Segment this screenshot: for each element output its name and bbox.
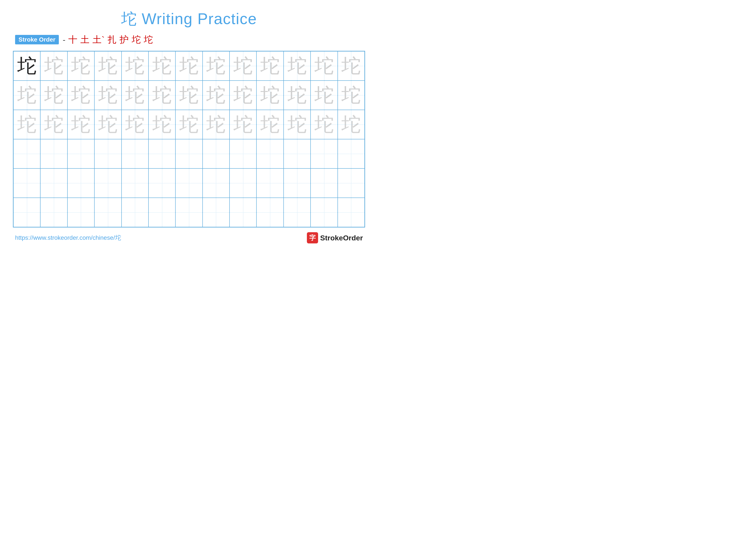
practice-char: 坨: [206, 56, 226, 76]
grid-cell[interactable]: [230, 168, 256, 198]
grid-cell[interactable]: [122, 139, 148, 168]
grid-cell[interactable]: [94, 198, 121, 227]
grid-cell[interactable]: 坨: [176, 110, 202, 139]
grid-cell[interactable]: [68, 198, 94, 227]
grid-cell[interactable]: [40, 198, 67, 227]
practice-char: 坨: [341, 56, 361, 76]
grid-cell[interactable]: [230, 198, 256, 227]
grid-cell[interactable]: [230, 139, 256, 168]
grid-cell[interactable]: [14, 168, 40, 198]
grid-cell[interactable]: 坨: [310, 81, 338, 110]
grid-cell[interactable]: 坨: [68, 51, 94, 81]
grid-cell[interactable]: [202, 168, 230, 198]
grid-cell[interactable]: 坨: [94, 81, 121, 110]
grid-cell[interactable]: [148, 168, 176, 198]
grid-cell[interactable]: [338, 139, 364, 168]
grid-cell[interactable]: [256, 168, 284, 198]
practice-char: 坨: [287, 86, 307, 105]
grid-cell[interactable]: [284, 198, 310, 227]
practice-char: 坨: [125, 86, 145, 105]
practice-char: 坨: [341, 115, 361, 134]
stroke-sep: -: [63, 35, 65, 44]
practice-char: 坨: [17, 56, 37, 76]
grid-cell[interactable]: 坨: [310, 51, 338, 81]
grid-cell[interactable]: [338, 198, 364, 227]
grid-cell[interactable]: [122, 198, 148, 227]
grid-cell[interactable]: [176, 198, 202, 227]
grid-cell[interactable]: 坨: [256, 51, 284, 81]
grid-cell[interactable]: [176, 139, 202, 168]
grid-cell[interactable]: 坨: [284, 81, 310, 110]
grid-cell[interactable]: 坨: [176, 81, 202, 110]
grid-cell[interactable]: 坨: [122, 81, 148, 110]
grid-cell[interactable]: 坨: [230, 81, 256, 110]
practice-char: 坨: [206, 115, 226, 134]
grid-cell[interactable]: [310, 139, 338, 168]
grid-cell[interactable]: 坨: [230, 110, 256, 139]
grid-cell[interactable]: [284, 168, 310, 198]
grid-cell[interactable]: [148, 198, 176, 227]
grid-cell[interactable]: 坨: [202, 51, 230, 81]
grid-cell[interactable]: [94, 168, 121, 198]
practice-char: 坨: [17, 86, 37, 105]
grid-cell[interactable]: [122, 168, 148, 198]
grid-cell[interactable]: [202, 198, 230, 227]
grid-cell[interactable]: [14, 198, 40, 227]
footer: https://www.strokeorder.com/chinese/坨 字 …: [13, 232, 365, 243]
stroke-1: 十: [68, 34, 77, 46]
grid-cell[interactable]: [202, 139, 230, 168]
grid-cell[interactable]: 坨: [40, 110, 67, 139]
grid-cell[interactable]: 坨: [40, 51, 67, 81]
grid-cell[interactable]: 坨: [256, 110, 284, 139]
grid-cell[interactable]: 坨: [338, 51, 364, 81]
grid-cell[interactable]: [338, 168, 364, 198]
grid-cell[interactable]: 坨: [148, 81, 176, 110]
grid-cell[interactable]: 坨: [40, 81, 67, 110]
grid-cell[interactable]: 坨: [14, 51, 40, 81]
practice-grid: 坨坨坨坨坨坨坨坨坨坨坨坨坨坨坨坨坨坨坨坨坨坨坨坨坨坨坨坨坨坨坨坨坨坨坨坨坨坨坨: [13, 51, 365, 227]
grid-cell[interactable]: 坨: [202, 81, 230, 110]
stroke-5: 护: [120, 34, 129, 46]
grid-cell[interactable]: 坨: [202, 110, 230, 139]
grid-cell[interactable]: [40, 139, 67, 168]
grid-cell[interactable]: [256, 139, 284, 168]
stroke-order-row: Stroke Order - 十 土 土` 扎 护 坨 坨: [13, 34, 365, 46]
grid-cell[interactable]: 坨: [14, 81, 40, 110]
grid-cell[interactable]: 坨: [310, 110, 338, 139]
grid-cell[interactable]: 坨: [122, 51, 148, 81]
footer-logo: 字 StrokeOrder: [307, 232, 363, 243]
grid-cell[interactable]: [176, 168, 202, 198]
grid-cell[interactable]: [256, 198, 284, 227]
practice-char: 坨: [233, 86, 253, 105]
grid-cell[interactable]: [14, 139, 40, 168]
grid-cell[interactable]: 坨: [94, 110, 121, 139]
practice-char: 坨: [125, 115, 145, 134]
grid-cell[interactable]: 坨: [148, 110, 176, 139]
grid-cell[interactable]: 坨: [338, 81, 364, 110]
grid-cell[interactable]: 坨: [338, 110, 364, 139]
grid-cell[interactable]: [284, 139, 310, 168]
practice-char: 坨: [71, 115, 91, 134]
grid-cell[interactable]: [148, 139, 176, 168]
grid-cell[interactable]: 坨: [68, 110, 94, 139]
practice-char: 坨: [179, 86, 199, 105]
grid-cell[interactable]: 坨: [148, 51, 176, 81]
grid-cell[interactable]: 坨: [284, 51, 310, 81]
grid-cell[interactable]: [68, 168, 94, 198]
grid-cell[interactable]: [310, 198, 338, 227]
grid-cell[interactable]: [94, 139, 121, 168]
stroke-order-badge: Stroke Order: [15, 35, 59, 44]
page-title: 坨 Writing Practice: [13, 9, 365, 29]
grid-cell[interactable]: [68, 139, 94, 168]
grid-cell[interactable]: [310, 168, 338, 198]
grid-cell[interactable]: 坨: [122, 110, 148, 139]
grid-cell[interactable]: 坨: [176, 51, 202, 81]
grid-cell[interactable]: 坨: [284, 110, 310, 139]
grid-cell[interactable]: 坨: [256, 81, 284, 110]
grid-cell[interactable]: 坨: [14, 110, 40, 139]
grid-cell[interactable]: [40, 168, 67, 198]
grid-cell[interactable]: 坨: [94, 51, 121, 81]
page: 坨 Writing Practice Stroke Order - 十 土 土`…: [0, 0, 378, 267]
grid-cell[interactable]: 坨: [68, 81, 94, 110]
grid-cell[interactable]: 坨: [230, 51, 256, 81]
